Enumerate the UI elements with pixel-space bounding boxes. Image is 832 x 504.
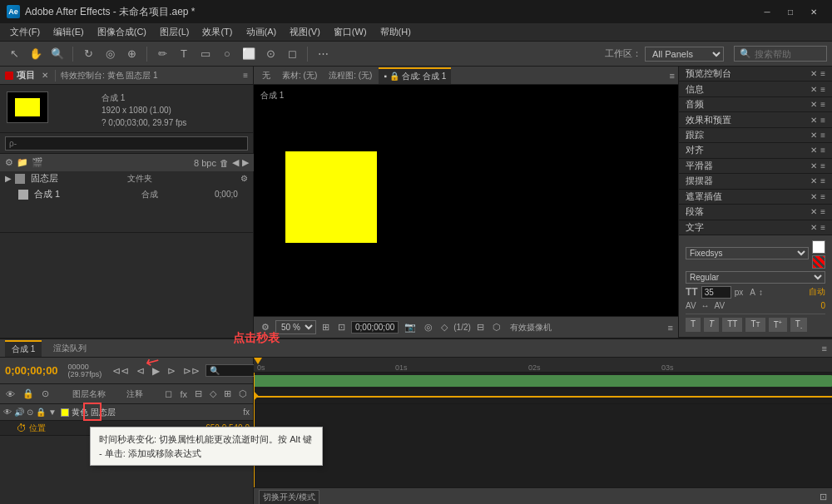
viewer-grid-btn[interactable]: ⊡ <box>335 321 348 334</box>
pen-tool[interactable]: ✏ <box>153 45 171 63</box>
viewer-settings-btn[interactable]: ⚙ <box>259 321 272 334</box>
viewer-menu-icon[interactable]: ≡ <box>670 71 675 81</box>
maximize-button[interactable]: □ <box>779 2 802 21</box>
panel-text-menu[interactable]: ≡ <box>820 223 825 232</box>
tab-footage[interactable]: 素材: (无) <box>277 68 322 83</box>
font-size-input[interactable] <box>701 286 731 299</box>
menu-help[interactable]: 帮助(H) <box>374 24 418 40</box>
menu-file[interactable]: 文件(F) <box>3 24 47 40</box>
viewer-fit-btn[interactable]: ⊞ <box>319 321 332 334</box>
tl-bottom-menu[interactable]: ⊡ <box>820 492 827 502</box>
tab-comp-active[interactable]: ▪ 🔒 合成: 合成 1 <box>379 67 451 84</box>
track-row-layer1[interactable] <box>254 373 832 389</box>
zoom-tool[interactable]: 🔍 <box>48 45 67 63</box>
lc-solo[interactable]: ⊙ <box>39 388 52 400</box>
menu-effect[interactable]: 效果(T) <box>196 24 239 40</box>
project-folder-icon[interactable]: 📁 <box>17 157 28 168</box>
panel-effects-menu[interactable]: ≡ <box>820 116 825 125</box>
lc-fx[interactable]: fx <box>177 388 190 400</box>
panel-paragraph-menu[interactable]: ≡ <box>820 207 825 216</box>
menu-window[interactable]: 窗口(W) <box>327 24 374 40</box>
panel-mask-menu[interactable]: ≡ <box>820 192 825 201</box>
pan-tool[interactable]: ⊕ <box>122 45 141 63</box>
tl-timecode[interactable]: 0;00;00;00 <box>5 364 58 377</box>
tab-none[interactable]: 无 <box>257 68 275 83</box>
clone-tool[interactable]: ⊙ <box>261 45 280 63</box>
text-super[interactable]: T+ <box>769 318 787 332</box>
layer-vis-icon[interactable]: 👁 <box>3 408 12 417</box>
tl-menu-icon[interactable]: ≡ <box>822 343 827 353</box>
menu-edit[interactable]: 编辑(E) <box>47 24 91 40</box>
viewer-3d-btn[interactable]: ⬡ <box>490 321 503 334</box>
minimize-button[interactable]: ─ <box>755 2 779 21</box>
search-panel[interactable]: 🔍 <box>734 46 827 62</box>
text-sub[interactable]: T- <box>790 318 807 332</box>
font-select[interactable]: Fixedsys <box>686 247 809 259</box>
project-arrow-icon[interactable]: ◀ <box>232 157 239 168</box>
panel-preview-x[interactable]: ✕ <box>810 69 817 78</box>
shape-rect[interactable]: ▭ <box>196 45 215 63</box>
lc-quality[interactable]: ◇ <box>207 388 219 400</box>
panel-track-x[interactable]: ✕ <box>810 131 817 140</box>
viewer-menu-btn[interactable]: ≡ <box>668 323 673 333</box>
panel-item-smoother[interactable]: 平滑器 ✕ ≡ <box>679 159 832 174</box>
close-button[interactable]: ✕ <box>802 2 825 21</box>
panel-audio-x[interactable]: ✕ <box>810 100 817 109</box>
panel-effects-x[interactable]: ✕ <box>810 116 817 125</box>
tl-tab-render[interactable]: 渲染队列 <box>47 341 93 356</box>
lc-mono[interactable]: ◻ <box>162 388 175 400</box>
panel-item-audio[interactable]: 音频 ✕ ≡ <box>679 97 832 112</box>
list-item[interactable]: 合成 1 合成 0;00;0 <box>0 186 253 202</box>
panel-smoother-menu[interactable]: ≡ <box>820 161 825 170</box>
timeline-layer-row[interactable]: 👁 🔊 ⊙ 🔒 ▼ 黄色 固态层 fx <box>0 404 253 421</box>
panel-wiggle-menu[interactable]: ≡ <box>820 176 825 185</box>
menu-animation[interactable]: 动画(A) <box>240 24 284 40</box>
list-item[interactable]: ▶ 固态层 文件夹 ⚙ <box>0 170 253 186</box>
menu-composition[interactable]: 图像合成(C) <box>91 24 153 40</box>
panel-info-x[interactable]: ✕ <box>810 85 817 94</box>
lc-lock[interactable]: 🔒 <box>20 388 37 400</box>
stroke-color-swatch[interactable] <box>812 255 825 269</box>
menu-layer[interactable]: 图层(L) <box>153 24 196 40</box>
tl-tab-comp[interactable]: 合成 1 <box>5 340 42 357</box>
panel-item-effects[interactable]: 效果和预置 ✕ ≡ <box>679 112 832 127</box>
layer-fx-icon[interactable]: fx <box>243 408 250 417</box>
panel-item-wiggle[interactable]: 摆摆器 ✕ ≡ <box>679 174 832 189</box>
panel-item-mask-interp[interactable]: 遮罩插值 ✕ ≡ <box>679 190 832 205</box>
panel-align-x[interactable]: ✕ <box>810 146 817 155</box>
paint-tool[interactable]: ⬜ <box>240 45 258 63</box>
fill-color-swatch[interactable] <box>812 240 825 254</box>
workspace-select[interactable]: All Panels <box>645 47 724 62</box>
tab-flowchart[interactable]: 流程图: (无) <box>324 68 377 83</box>
text-all-caps[interactable]: TT <box>722 318 742 332</box>
viewer-mode-btn[interactable]: ⊟ <box>474 321 487 334</box>
viewer-camera-btn[interactable]: 📷 <box>402 321 418 334</box>
search-input[interactable] <box>755 49 821 59</box>
tl-end-start[interactable]: 切换开关/模式 <box>259 490 319 505</box>
text-bold[interactable]: T <box>686 318 701 332</box>
tl-play-btn[interactable]: ▶ <box>150 363 162 378</box>
lc-blend[interactable]: ⊟ <box>192 388 205 400</box>
project-panel-close[interactable]: ≡ <box>243 71 248 80</box>
text-italic[interactable]: T <box>704 318 719 332</box>
panel-preview-menu[interactable]: ≡ <box>820 69 825 78</box>
eraser-tool[interactable]: ◻ <box>283 45 301 63</box>
panel-item-paragraph[interactable]: 段落 ✕ ≡ <box>679 205 832 220</box>
lc-3d[interactable]: ⬡ <box>236 388 250 400</box>
panel-paragraph-x[interactable]: ✕ <box>810 207 817 216</box>
panel-item-align[interactable]: 对齐 ✕ ≡ <box>679 143 832 158</box>
panel-text-x[interactable]: ✕ <box>810 223 817 232</box>
shape-ellipse[interactable]: ○ <box>218 45 236 63</box>
project-arrow2-icon[interactable]: ▶ <box>242 157 249 168</box>
panel-mask-x[interactable]: ✕ <box>810 192 817 201</box>
panel-item-preview[interactable]: 预览控制台 ✕ ≡ <box>679 67 832 82</box>
panel-item-text[interactable]: 文字 ✕ ≡ <box>679 220 832 235</box>
panel-audio-menu[interactable]: ≡ <box>820 100 825 109</box>
project-delete-icon[interactable]: 🗑 <box>220 158 229 168</box>
panel-align-menu[interactable]: ≡ <box>820 146 825 155</box>
project-settings-icon[interactable]: ⚙ <box>5 157 13 168</box>
select-tool[interactable]: ↖ <box>5 45 23 63</box>
panel-info-menu[interactable]: ≡ <box>820 85 825 94</box>
camera-orbit[interactable]: ◎ <box>101 45 119 63</box>
layer-solo-icon[interactable]: ⊙ <box>27 408 33 417</box>
